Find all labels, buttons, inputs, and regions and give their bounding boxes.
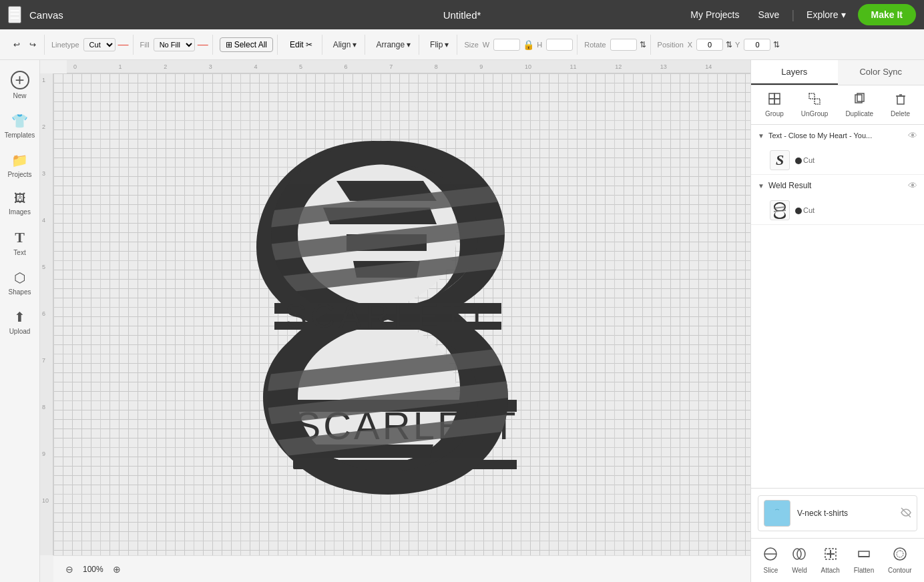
top-nav: ☰ Canvas Untitled* My Projects Save | Ex… — [0, 0, 924, 29]
weld-layer-visibility-toggle[interactable]: 👁 — [908, 180, 917, 191]
make-it-button[interactable]: Make It — [858, 4, 916, 25]
ruler-tick-10: 10 — [525, 63, 570, 70]
text-icon: T — [15, 229, 25, 246]
sidebar-item-label: Templates — [5, 131, 35, 139]
svg-rect-17 — [770, 510, 784, 521]
flip-button[interactable]: Flip ▾ — [426, 37, 453, 52]
layer-weld-thumbnail — [770, 200, 790, 220]
zoom-level: 100% — [83, 565, 103, 574]
width-input[interactable] — [493, 39, 520, 51]
sidebar-item-shapes[interactable]: ⬡ Shapes — [3, 264, 37, 301]
ruler-tick-11: 11 — [570, 63, 616, 70]
ruler-left-tick-6: 6 — [40, 310, 53, 357]
svg-rect-9 — [774, 99, 780, 104]
layer-item-type: Cut — [795, 156, 917, 164]
arrange-button[interactable]: Arrange ▾ — [372, 37, 415, 52]
layer-item-s[interactable]: S Cut — [751, 146, 924, 174]
flatten-icon — [857, 547, 871, 565]
delete-icon — [894, 92, 907, 108]
select-all-group: ⊞ Select All — [216, 35, 278, 55]
layer-item-weld[interactable]: Cut — [751, 196, 924, 224]
mat-preview[interactable]: V-neck t-shirts — [758, 495, 917, 531]
plus-icon: + — [11, 71, 29, 89]
ruler-left-tick-2: 2 — [40, 123, 53, 170]
x-stepper-icon: ⇅ — [726, 40, 732, 49]
linetype-select[interactable]: Cut — [83, 38, 116, 51]
ruler-tick-9: 9 — [479, 63, 525, 70]
ruler-left-tick-9: 9 — [40, 451, 53, 497]
sidebar-item-label: Images — [9, 208, 31, 216]
layer-group-weld-header[interactable]: ▼ Weld Result 👁 — [751, 175, 924, 196]
hamburger-button[interactable]: ☰ — [8, 6, 21, 23]
lock-icon: 🔒 — [523, 39, 534, 50]
position-group: Position X ⇅ Y ⇅ — [654, 35, 784, 55]
select-all-button[interactable]: ⊞ Select All — [220, 37, 273, 52]
svg-rect-7 — [774, 93, 780, 99]
fill-select[interactable]: No Fill — [154, 38, 195, 51]
bottom-panel: V-neck t-shirts — [751, 488, 924, 538]
attach-button[interactable]: Attach — [816, 544, 845, 577]
sidebar-item-upload[interactable]: ⬆ Upload — [3, 304, 37, 340]
duplicate-button[interactable]: Duplicate — [840, 89, 879, 120]
edit-button[interactable]: Edit ✂ — [284, 38, 318, 51]
undo-button[interactable]: ↩ — [9, 37, 24, 52]
x-input[interactable] — [696, 39, 723, 51]
app-title: Untitled* — [443, 9, 481, 21]
canvas-content[interactable]: SCARLETT — [53, 73, 750, 555]
tab-color-sync[interactable]: Color Sync — [838, 60, 925, 85]
zoom-in-icon: ⊕ — [113, 564, 121, 575]
y-input[interactable] — [744, 39, 770, 51]
attach-icon — [823, 547, 838, 565]
redo-icon: ↪ — [29, 40, 36, 49]
layer-visibility-toggle[interactable]: 👁 — [908, 130, 917, 141]
weld-expand-icon: ▼ — [758, 182, 764, 190]
align-chevron-icon: ▾ — [353, 40, 357, 49]
rotate-label: Rotate — [584, 41, 606, 49]
duplicate-icon — [853, 92, 866, 108]
ruler-left-tick-4: 4 — [40, 217, 53, 264]
delete-button[interactable]: Delete — [885, 89, 915, 120]
height-input[interactable] — [546, 39, 573, 51]
svg-rect-8 — [769, 99, 774, 104]
sidebar-item-templates[interactable]: 👕 Templates — [3, 107, 37, 144]
sidebar-item-text[interactable]: T Text — [3, 224, 37, 262]
sidebar-item-images[interactable]: 🖼 Images — [3, 186, 37, 221]
ruler-left-tick-1: 1 — [40, 77, 53, 123]
svg-text:SCARLETT: SCARLETT — [284, 298, 491, 335]
bottom-tools: Slice Weld Attach Flatten — [751, 538, 924, 582]
rotate-input[interactable] — [610, 39, 637, 51]
y-label: Y — [735, 41, 740, 49]
ungroup-button[interactable]: UnGroup — [796, 89, 834, 120]
main-layout: + New 👕 Templates 📁 Projects 🖼 Images T … — [0, 60, 924, 582]
slice-button[interactable]: Slice — [758, 544, 783, 577]
sidebar-item-new[interactable]: + New — [3, 65, 37, 105]
explore-button[interactable]: Explore ▾ — [800, 5, 852, 24]
layers-list: ▼ Text - Close to My Heart - You... 👁 S … — [751, 125, 924, 488]
layer-group-text-header[interactable]: ▼ Text - Close to My Heart - You... 👁 — [751, 125, 924, 146]
sidebar-item-projects[interactable]: 📁 Projects — [3, 147, 37, 184]
redo-button[interactable]: ↪ — [25, 37, 40, 52]
ruler-tick-8: 8 — [435, 63, 480, 70]
align-button[interactable]: Align ▾ — [329, 37, 361, 52]
mat-thumbnail — [764, 500, 790, 527]
edit-icon: ✂ — [306, 40, 312, 49]
save-button[interactable]: Save — [751, 5, 786, 24]
zoom-in-button[interactable]: ⊕ — [109, 561, 125, 577]
flatten-button[interactable]: Flatten — [849, 544, 880, 577]
svg-rect-11 — [815, 99, 820, 104]
tab-layers[interactable]: Layers — [751, 60, 838, 85]
ruler-tick-5: 5 — [299, 63, 344, 70]
layer-item-info: Cut — [795, 156, 917, 164]
layer-group-text-name: Text - Close to My Heart - You... — [768, 131, 904, 139]
my-projects-button[interactable]: My Projects — [684, 5, 746, 24]
select-all-icon: ⊞ — [226, 40, 232, 49]
x-label: X — [688, 41, 692, 49]
upload-icon: ⬆ — [14, 309, 25, 325]
contour-button[interactable]: Contour — [883, 544, 917, 577]
mat-hide-icon[interactable] — [901, 507, 911, 520]
weld-button[interactable]: Weld — [786, 544, 813, 577]
nav-separator: | — [791, 8, 794, 22]
ruler-left-tick-7: 7 — [40, 357, 53, 404]
zoom-out-button[interactable]: ⊖ — [61, 561, 77, 577]
group-button[interactable]: Group — [760, 89, 789, 120]
